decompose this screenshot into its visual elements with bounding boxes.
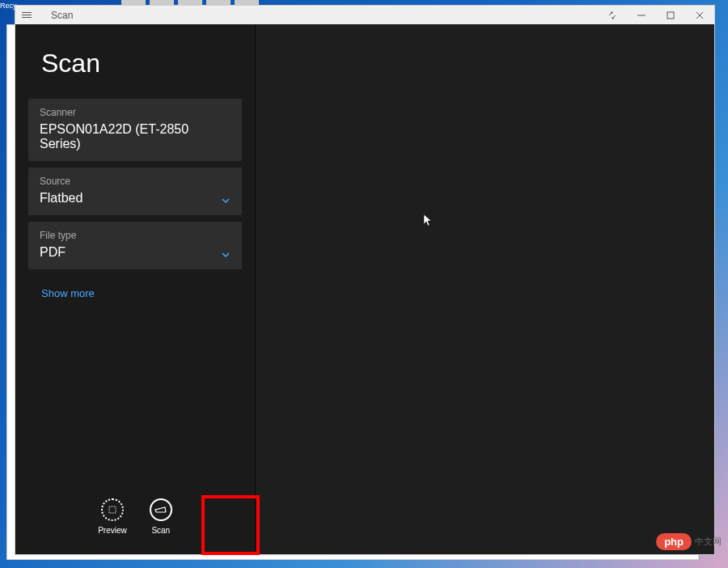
scanner-icon [154,505,167,515]
preview-button[interactable]: Preview [98,498,127,535]
scan-button[interactable]: Scan [150,498,172,535]
scanner-label: Scanner [40,107,231,118]
preview-label: Preview [98,526,127,535]
settings-sidebar: Scan Scanner EPSON01A22D (ET-2850 Series… [15,24,255,554]
svg-rect-4 [109,507,116,513]
titlebar: Scan [15,6,714,24]
close-icon [696,11,704,19]
maximize-icon [667,11,675,19]
page-title: Scan [28,49,242,78]
chevron-down-icon [221,252,231,258]
maximize-button[interactable] [656,6,685,24]
hamburger-menu-button[interactable] [22,8,36,23]
preview-icon [108,505,117,515]
fullscreen-button[interactable] [598,6,627,24]
app-title: Scan [51,10,73,21]
watermark-text: 中文网 [695,536,722,548]
fullscreen-icon [607,11,617,20]
preview-icon-wrapper [101,498,124,521]
source-value: Flatbed [40,191,231,206]
scanner-setting[interactable]: Scanner EPSON01A22D (ET-2850 Series) [28,99,242,161]
mouse-cursor-icon [424,214,434,230]
filetype-value: PDF [40,245,231,260]
chevron-down-icon [221,197,231,204]
source-label: Source [40,176,231,187]
minimize-button[interactable] [627,6,656,24]
filetype-label: File type [40,230,231,241]
scanner-value: EPSON01A22D (ET-2850 Series) [40,122,231,151]
watermark: php 中文网 [656,533,722,550]
close-button[interactable] [685,6,714,24]
bottom-actions: Preview Scan [28,498,242,538]
source-setting[interactable]: Source Flatbed [28,167,242,215]
scan-icon-wrapper [150,498,172,521]
filetype-setting[interactable]: File type PDF [28,222,242,269]
scan-label: Scan [151,526,170,535]
watermark-bubble: php [656,533,692,550]
preview-area [255,24,714,554]
app-content: Scan Scanner EPSON01A22D (ET-2850 Series… [15,24,714,554]
minimize-icon [637,11,645,19]
show-more-link[interactable]: Show more [28,276,242,311]
svg-rect-1 [667,12,674,19]
scan-app-window: Scan [15,5,715,555]
window-controls [598,6,714,24]
